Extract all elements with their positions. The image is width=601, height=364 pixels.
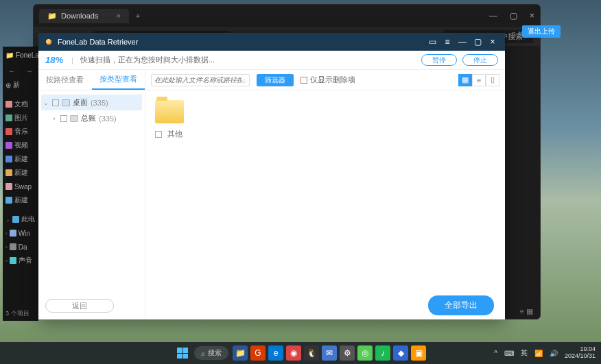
view-detail-icon[interactable]: ▯ bbox=[486, 74, 499, 86]
explorer-tab-label: Downloads bbox=[61, 12, 98, 20]
chevron-right-icon: › bbox=[5, 258, 8, 264]
tray-ime-icon[interactable]: ⌨ bbox=[504, 350, 514, 357]
chevron-right-icon: › bbox=[5, 230, 8, 236]
sidebar-new[interactable]: ⊕新 bbox=[3, 78, 38, 92]
chevron-right-icon[interactable]: › bbox=[51, 115, 58, 122]
view-list-icon[interactable]: ≡ bbox=[472, 74, 486, 86]
sidebar-nav[interactable]: ←→ bbox=[3, 63, 38, 78]
taskbar-app-icon[interactable]: G bbox=[250, 345, 266, 361]
taskbar-app-icon[interactable]: ♪ bbox=[375, 345, 390, 361]
close-tab-icon[interactable]: × bbox=[116, 12, 120, 20]
sidebar-item[interactable]: ›Win bbox=[3, 226, 38, 240]
content-area: 其他 bbox=[145, 90, 505, 291]
right-panel: ⌕ 筛选器 仅显示删除项 ▦ ≡ ▯ 其他 bbox=[145, 70, 505, 319]
sidebar-item[interactable]: 新建 bbox=[3, 166, 38, 180]
taskbar-app-icon[interactable]: 🐧 bbox=[304, 345, 319, 361]
upload-tag[interactable]: 退出上传 bbox=[522, 25, 561, 38]
nav-forward-icon[interactable]: → bbox=[26, 67, 33, 75]
taskbar-app-icon[interactable]: ▣ bbox=[411, 345, 426, 361]
desktop-icon bbox=[62, 99, 70, 106]
sidebar-item[interactable]: ⌄此电 bbox=[3, 213, 38, 226]
sidebar-item[interactable]: 新建 bbox=[3, 193, 38, 207]
tree-row-desktop[interactable]: ⌄ 桌面 (335) bbox=[41, 95, 142, 110]
folder-icon bbox=[5, 101, 12, 108]
taskbar-clock[interactable]: 19:04 2024/10/31 bbox=[565, 346, 596, 360]
drive-icon bbox=[12, 216, 19, 223]
taskbar-app-icon[interactable]: ✉ bbox=[322, 345, 337, 361]
view-toggle: ▦ ≡ ▯ bbox=[458, 74, 499, 86]
folder-icon bbox=[5, 156, 12, 162]
checkbox[interactable] bbox=[300, 77, 307, 84]
checkbox[interactable] bbox=[52, 99, 59, 106]
explorer-view-toggle[interactable]: ≡ ▦ bbox=[520, 307, 533, 316]
explorer-tab[interactable]: 📁 Downloads × bbox=[39, 9, 129, 23]
sidebar-item[interactable]: 文档 bbox=[3, 97, 38, 111]
fonelab-title: FoneLab Data Retriever bbox=[58, 38, 138, 46]
plus-icon: ⊕ bbox=[5, 82, 11, 89]
menu-icon[interactable]: ≡ bbox=[440, 37, 454, 47]
drive-icon bbox=[10, 257, 16, 264]
drive-icon bbox=[10, 243, 16, 250]
taskbar-app-icon[interactable]: 📁 bbox=[233, 345, 248, 361]
minimize-icon[interactable]: — bbox=[489, 11, 497, 21]
taskbar-app-icon[interactable]: ◆ bbox=[393, 345, 408, 361]
folder-icon bbox=[5, 169, 12, 176]
tree-count: (335) bbox=[91, 99, 108, 107]
content-toolbar: ⌕ 筛选器 仅显示删除项 ▦ ≡ ▯ bbox=[145, 70, 505, 90]
sidebar-item[interactable]: ›Da bbox=[3, 240, 38, 254]
minimize-icon[interactable]: — bbox=[456, 37, 469, 47]
folder-icon bbox=[5, 142, 12, 149]
left-panel: 按路径查看 按类型查看 ⌄ 桌面 (335) › 总账 (335) bbox=[38, 70, 145, 319]
maximize-icon[interactable]: ▢ bbox=[471, 37, 484, 47]
new-tab-button[interactable]: + bbox=[136, 12, 140, 20]
tray-volume-icon[interactable]: 🔊 bbox=[550, 350, 558, 357]
search-input[interactable] bbox=[154, 76, 241, 84]
taskbar-app-icon[interactable]: ⚙ bbox=[340, 345, 355, 361]
tree-label: 总账 bbox=[81, 113, 96, 123]
checkbox[interactable] bbox=[155, 131, 162, 138]
sidebar-item[interactable]: 音乐 bbox=[3, 125, 38, 138]
only-deleted-checkbox[interactable]: 仅显示删除项 bbox=[300, 75, 355, 85]
tray-wifi-icon[interactable]: 📶 bbox=[534, 350, 543, 357]
folder-icon bbox=[5, 183, 12, 190]
tree-row-total[interactable]: › 总账 (335) bbox=[41, 110, 142, 126]
sidebar-item[interactable]: 视频 bbox=[3, 138, 38, 152]
taskbar-search[interactable]: ⌕搜索 bbox=[194, 346, 228, 360]
chevron-down-icon[interactable]: ⌄ bbox=[43, 99, 49, 106]
close-icon[interactable]: × bbox=[530, 11, 534, 21]
item-row[interactable]: 其他 bbox=[155, 129, 182, 139]
sidebar-item[interactable]: 图片 bbox=[3, 111, 38, 125]
tab-by-path[interactable]: 按路径查看 bbox=[38, 70, 92, 90]
tab-by-type[interactable]: 按类型查看 bbox=[92, 70, 145, 90]
close-icon[interactable]: × bbox=[486, 37, 499, 47]
maximize-icon[interactable]: ▢ bbox=[510, 11, 517, 21]
chevron-down-icon: ⌄ bbox=[5, 217, 10, 223]
export-all-button[interactable]: 全部导出 bbox=[428, 295, 494, 315]
taskbar-app-icon[interactable]: ◉ bbox=[286, 345, 301, 361]
folder-icon bbox=[5, 128, 12, 135]
tray-lang[interactable]: 英 bbox=[521, 348, 528, 358]
tree-label: 桌面 bbox=[73, 97, 88, 108]
taskbar-app-icon[interactable]: ◎ bbox=[357, 345, 373, 361]
start-button[interactable] bbox=[175, 345, 190, 361]
settings-icon[interactable]: ▭ bbox=[425, 37, 439, 47]
view-grid-icon[interactable]: ▦ bbox=[458, 74, 472, 86]
file-explorer-sidebar: 📁FoneLa ←→ ⊕新 文档图片音乐视频新建新建Swap新建 ⌄此电›Win… bbox=[3, 47, 38, 321]
tray-up-icon[interactable]: ^ bbox=[494, 350, 497, 357]
nav-back-icon[interactable]: ← bbox=[8, 67, 15, 75]
search-icon[interactable]: ⌕ bbox=[241, 76, 246, 84]
folder-item[interactable] bbox=[155, 100, 184, 123]
back-button[interactable]: 返回 bbox=[45, 299, 114, 313]
taskbar-app-icon[interactable]: e bbox=[268, 345, 283, 361]
sidebar-item[interactable]: Swap bbox=[3, 180, 38, 193]
checkbox[interactable] bbox=[60, 115, 67, 122]
search-box[interactable]: ⌕ bbox=[151, 74, 250, 86]
sidebar-item[interactable]: ›声音 bbox=[3, 254, 38, 267]
sidebar-header: 📁FoneLa bbox=[3, 47, 38, 63]
filter-button[interactable]: 筛选器 bbox=[257, 74, 294, 86]
pause-button[interactable]: 暂停 bbox=[421, 54, 457, 66]
stop-button[interactable]: 停止 bbox=[462, 54, 498, 66]
tree-count: (335) bbox=[99, 114, 117, 123]
clock-date: 2024/10/31 bbox=[565, 353, 596, 360]
sidebar-item[interactable]: 新建 bbox=[3, 152, 38, 166]
